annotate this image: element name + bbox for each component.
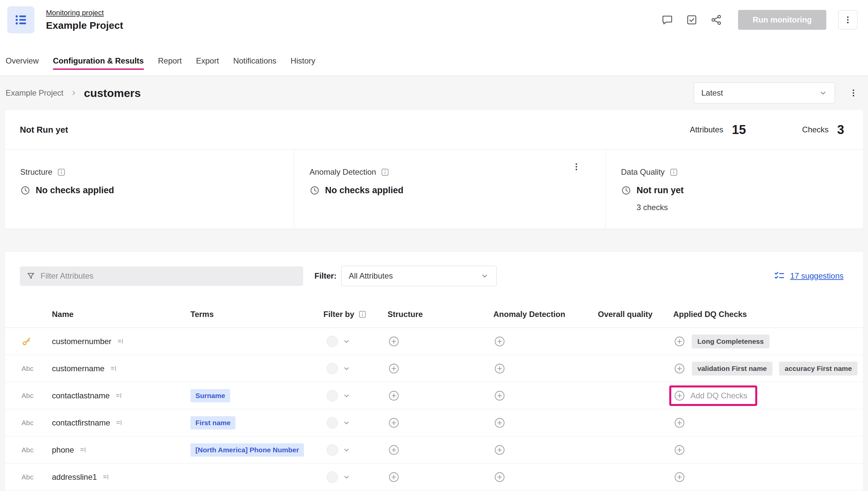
structure-cell (388, 417, 493, 429)
col-structure: Structure (388, 310, 493, 319)
term-badge[interactable]: First name (190, 416, 236, 430)
add-anomaly-check-button[interactable] (494, 444, 505, 456)
attribute-filter-select[interactable]: All Attributes (341, 266, 497, 286)
attribute-filter-value: All Attributes (349, 271, 393, 281)
add-anomaly-check-button[interactable] (494, 390, 505, 401)
structure-cell (388, 336, 493, 347)
text-type-icon: Abc (22, 365, 33, 373)
checks-label: Checks (802, 125, 829, 134)
attribute-name[interactable]: phone (52, 445, 74, 455)
text-type-icon: Abc (22, 392, 33, 400)
attribute-name[interactable]: addressline1 (52, 472, 97, 482)
tab-export[interactable]: Export (196, 56, 219, 70)
col-applied-dq-checks: Applied DQ Checks (673, 310, 863, 319)
chevron-down-icon[interactable] (343, 473, 350, 481)
add-dq-check-button[interactable] (674, 363, 685, 374)
chevron-down-icon[interactable] (343, 365, 350, 373)
chevron-down-icon[interactable] (343, 419, 350, 427)
add-structure-check-button[interactable] (388, 363, 399, 374)
term-badge[interactable]: Surname (190, 389, 230, 402)
add-structure-check-button[interactable] (388, 444, 399, 456)
filter-by-cell (323, 417, 388, 429)
add-dq-checks-highlight[interactable]: Add DQ Checks (669, 385, 757, 406)
project-type-link[interactable]: Monitoring project (46, 9, 104, 17)
quality-dot (327, 417, 338, 429)
add-dq-check-button[interactable] (674, 444, 685, 456)
attribute-name[interactable]: customername (52, 364, 104, 373)
add-structure-check-button[interactable] (388, 471, 399, 483)
anomaly-card-status: No checks applied (325, 185, 403, 196)
info-icon[interactable] (358, 310, 367, 319)
filter-attributes-search[interactable] (20, 266, 303, 286)
chevron-down-icon[interactable] (343, 338, 350, 345)
attribute-name[interactable]: contactfirstname (52, 418, 110, 428)
chevron-down-icon[interactable] (343, 392, 350, 400)
attribute-details-icon[interactable] (80, 446, 88, 454)
attribute-details-icon[interactable] (102, 473, 111, 481)
search-input[interactable] (41, 271, 297, 281)
suggestions[interactable]: 17 suggestions (774, 270, 843, 282)
add-anomaly-check-button[interactable] (494, 336, 505, 347)
term-badge[interactable]: [North America] Phone Number (190, 443, 304, 457)
summary-card: Not Run yet Attributes 15 Checks 3 Struc… (5, 110, 863, 229)
anomaly-cell (493, 363, 598, 374)
attribute-name[interactable]: customernumber (52, 337, 112, 346)
terms-cell: [North America] Phone Number (190, 443, 323, 457)
version-select[interactable]: Latest (694, 82, 835, 104)
main-content: Not Run yet Attributes 15 Checks 3 Struc… (0, 110, 868, 491)
data-quality-card-status: Not run yet (637, 185, 684, 196)
data-quality-checks-count: 3 checks (637, 203, 863, 212)
attributes-count: Attributes 15 (690, 123, 746, 137)
attribute-name[interactable]: contactlastname (52, 391, 110, 400)
add-anomaly-check-button[interactable] (494, 417, 505, 429)
attributes-value: 15 (732, 123, 746, 137)
applied-dq-cell (673, 471, 863, 483)
anomaly-card-more-button[interactable] (572, 162, 581, 172)
comments-button[interactable] (661, 14, 673, 26)
tab-overview[interactable]: Overview (6, 56, 39, 70)
tab-notifications[interactable]: Notifications (233, 56, 276, 70)
add-anomaly-check-button[interactable] (494, 363, 505, 374)
filter-by-cell (323, 390, 388, 401)
applied-check-badge[interactable]: accuracy First name (779, 362, 858, 376)
data-quality-card: Data Quality Not run yet 3 checks (606, 149, 863, 229)
attribute-details-icon[interactable] (117, 337, 125, 345)
primary-key-icon (22, 336, 32, 346)
add-anomaly-check-button[interactable] (494, 471, 505, 483)
header-more-button[interactable] (838, 10, 858, 29)
table-row: customernumber Long Completeness (5, 328, 863, 355)
tab-history[interactable]: History (291, 56, 315, 70)
add-dq-check-button[interactable] (674, 417, 685, 429)
info-icon[interactable] (381, 168, 390, 177)
add-dq-check-button[interactable] (674, 336, 685, 347)
applied-check-badge[interactable]: Long Completeness (692, 335, 770, 348)
anomaly-cell (493, 336, 598, 347)
suggestions-link[interactable]: 17 suggestions (790, 271, 843, 281)
applied-check-badge[interactable]: validation First name (692, 362, 772, 376)
add-structure-check-button[interactable] (388, 336, 399, 347)
chevron-down-icon[interactable] (343, 446, 350, 454)
attributes-table-card: Filter: All Attributes 17 suggestions Na… (5, 252, 863, 491)
attribute-details-icon[interactable] (110, 364, 118, 373)
attribute-details-icon[interactable] (115, 392, 123, 400)
structure-card-status: No checks applied (36, 185, 114, 196)
add-structure-check-button[interactable] (388, 417, 399, 429)
attribute-details-icon[interactable] (115, 418, 124, 427)
add-structure-check-button[interactable] (388, 390, 399, 401)
breadcrumb-more-button[interactable] (849, 88, 858, 97)
run-monitoring-button[interactable]: Run monitoring (738, 10, 826, 30)
structure-cell (388, 471, 493, 483)
table-row: Abc phone [North America] Phone Number (5, 436, 863, 464)
add-dq-check-button[interactable] (674, 390, 685, 401)
add-dq-check-button[interactable] (674, 471, 685, 483)
applied-dq-cell: Add DQ Checks (673, 385, 863, 406)
share-icon[interactable] (710, 14, 722, 26)
info-icon[interactable] (669, 168, 678, 177)
tasks-button[interactable] (686, 14, 698, 26)
tab-report[interactable]: Report (158, 56, 182, 70)
breadcrumb-parent[interactable]: Example Project (6, 88, 63, 97)
tab-configuration-results[interactable]: Configuration & Results (53, 56, 144, 70)
info-icon[interactable] (57, 168, 66, 177)
col-filter-by-label: Filter by (323, 310, 354, 319)
data-quality-card-title: Data Quality (621, 167, 664, 177)
